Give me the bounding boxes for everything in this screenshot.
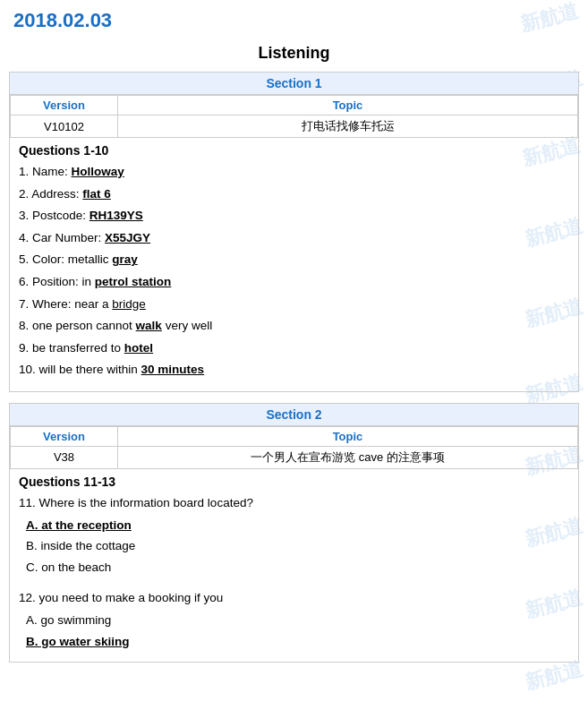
option-label-bold: B. go water skiing [26,635,130,648]
question-number: 4. [19,231,32,244]
section1-version-col-header: Version [11,96,118,115]
question-text: Name: [32,165,72,178]
date-header: 2018.02.03 [0,0,588,37]
question-text: one person cannot [32,319,136,332]
section2-topic-value: 一个男人在宣布游览 cave 的注意事项 [118,446,578,468]
question-number: 11. [19,496,39,509]
section1-questions-list: 1. Name: Holloway2. Address: flat 63. Po… [19,162,569,380]
question-answer: petrol station [95,275,172,288]
section1-body: Questions 1-10 1. Name: Holloway2. Addre… [10,138,578,391]
question-number: 10. [19,363,39,376]
section2-questions-list: 11. Where is the information board locat… [19,493,569,651]
option-label-bold: A. at the reception [26,518,132,532]
table-row: 6. Position: in petrol station [19,272,569,292]
table-row: 9. be transferred to hotel [19,338,569,358]
section1-questions-label: Questions 1-10 [19,143,569,158]
list-item: B. go water skiing [26,632,569,652]
question-number: 2. [19,187,31,201]
content-wrapper: Section 1 Version Topic V10102 打电话找修车托运 … [0,72,588,663]
question-number: 1. [19,165,32,178]
section2-box: Section 2 Version Topic V38 一个男人在宣布游览 ca… [9,403,579,663]
section2-topic-col-header: Topic [118,426,578,446]
question-answer: flat 6 [82,187,111,201]
question-answer: walk [136,319,162,332]
section1-topic-value: 打电话找修车托运 [118,115,578,138]
list-item: A. go swimming [26,611,569,630]
section1-topic-col-header: Topic [118,96,578,115]
question-number: 12. [19,591,39,604]
question-text: be transferred to [32,341,124,355]
question-text: Postcode: [32,209,89,222]
question-text: Where: near a [32,297,112,311]
table-row: 4. Car Number: X55JGY [19,228,569,248]
section2-version-value: V38 [11,446,118,468]
spacer [19,578,569,586]
list-item: C. on the beach [26,558,569,577]
question-answer: Holloway [72,165,124,178]
question-number: 9. [19,341,32,355]
question-answer: X55JGY [105,231,150,244]
table-row: 7. Where: near a bridge [19,295,569,314]
section1-box: Section 1 Version Topic V10102 打电话找修车托运 … [9,72,579,392]
question-answer: 30 minutes [141,363,205,376]
question-number: 8. [19,319,32,332]
question-number: 6. [19,275,32,288]
section2-data-row: V38 一个男人在宣布游览 cave 的注意事项 [11,446,578,468]
section1-header: Section 1 [10,73,578,95]
question-text: Position: in [32,275,95,288]
section2-table: Version Topic V38 一个男人在宣布游览 cave 的注意事项 [10,426,578,469]
section2-body: Questions 11-13 11. Where is the informa… [10,469,578,662]
question-number: 3. [19,209,32,222]
question-text: you need to make a booking if you [39,591,224,604]
question-text: Address: [31,187,82,201]
question-text: will be there within [39,363,141,376]
table-row: 8. one person cannot walk very well [19,316,569,336]
table-row: 3. Postcode: RH139YS [19,206,569,226]
question-answer: hotel [124,341,153,355]
section2-questions-label: Questions 11-13 [19,475,569,489]
section2-version-col-header: Version [11,426,118,446]
table-row: 1. Name: Holloway [19,162,569,182]
question-number: 5. [19,252,32,266]
list-item: A. at the reception [26,516,569,535]
table-row: 5. Color: metallic gray [19,250,569,269]
table-row: 2. Address: flat 6 [19,184,569,204]
table-row: 11. Where is the information board locat… [19,493,569,513]
table-row: 10. will be there within 30 minutes [19,360,569,380]
question-rest: very well [162,319,212,332]
table-row: 12. you need to make a booking if you [19,588,569,608]
section1-data-row: V10102 打电话找修车托运 [11,115,578,138]
section2-header: Section 2 [10,404,578,426]
question-text: Where is the information board located? [39,496,253,509]
question-answer: bridge [112,297,146,311]
list-item: B. inside the cottage [26,536,569,556]
question-text: Color: metallic [32,252,112,266]
question-answer: RH139YS [89,209,143,222]
question-number: 7. [19,297,32,311]
question-text: Car Number: [32,231,105,244]
question-answer: gray [112,252,138,266]
section1-table: Version Topic V10102 打电话找修车托运 [10,95,578,138]
section1-version-value: V10102 [11,115,118,138]
page-title: Listening [0,44,588,63]
